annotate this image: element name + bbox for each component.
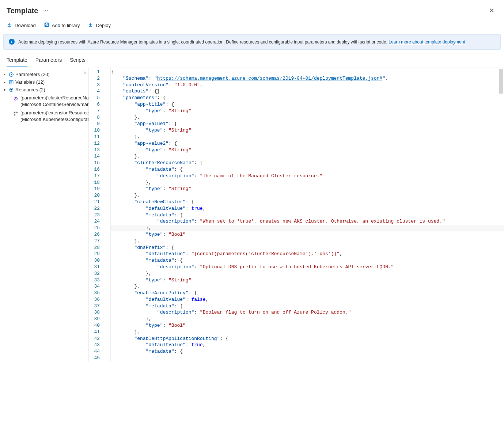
- tree-resource-1[interactable]: [parameters('clusterResourceName (Micros…: [13, 94, 88, 109]
- svg-point-2: [11, 74, 12, 75]
- tree-resource-1-line1: [parameters('clusterResourceName: [20, 95, 89, 101]
- code-content[interactable]: { "$schema": "https://schema.management.…: [111, 68, 504, 361]
- chevron-right-icon: ▸: [4, 72, 7, 76]
- add-to-library-label: Add to library: [52, 23, 80, 28]
- line-number-gutter: 1234567891011121314151617181920212223242…: [89, 68, 106, 361]
- tab-scripts[interactable]: Scripts: [70, 54, 86, 67]
- deploy-icon: [88, 22, 93, 29]
- banner-text: Automate deploying resources with Azure …: [18, 39, 389, 45]
- svg-rect-6: [14, 114, 15, 115]
- collapse-pane-icon[interactable]: «: [84, 69, 86, 75]
- parameters-icon: [9, 72, 14, 77]
- info-banner: i Automate deploying resources with Azur…: [3, 34, 501, 50]
- outline-pane: « ▸ Parameters (20) ▸ Variables (12) ▾ R…: [0, 68, 89, 361]
- tab-parameters[interactable]: Parameters: [35, 54, 62, 67]
- tree-resource-2-line2: (Microsoft.KubernetesConfiguratic: [20, 116, 89, 123]
- save-icon: [44, 22, 49, 29]
- download-button[interactable]: Download: [7, 22, 36, 29]
- info-icon: i: [9, 39, 15, 45]
- download-icon: [7, 22, 12, 29]
- extension-icon: [13, 111, 18, 116]
- tree-resources-label: Resources (2): [15, 87, 45, 92]
- fold-column: [106, 68, 111, 361]
- banner-link[interactable]: Learn more about template deployment.: [389, 39, 466, 45]
- code-editor[interactable]: 1234567891011121314151617181920212223242…: [89, 68, 504, 361]
- svg-rect-0: [45, 23, 48, 26]
- resources-icon: [9, 87, 14, 92]
- variables-icon: [9, 80, 14, 85]
- aks-icon: [13, 96, 18, 101]
- page-title: Template: [7, 7, 38, 15]
- tree-variables[interactable]: ▸ Variables (12): [4, 78, 88, 86]
- tab-template[interactable]: Template: [7, 54, 27, 67]
- deploy-button[interactable]: Deploy: [88, 22, 110, 29]
- tree-variables-label: Variables (12): [15, 79, 45, 85]
- svg-rect-4: [14, 112, 15, 113]
- deploy-label: Deploy: [96, 23, 110, 28]
- tree-resource-2[interactable]: [parameters('extensionResourceNa (Micros…: [13, 109, 88, 124]
- more-icon[interactable]: ···: [43, 7, 48, 14]
- tree-resources[interactable]: ▾ Resources (2): [4, 86, 88, 94]
- download-label: Download: [15, 23, 36, 28]
- tree-parameters[interactable]: ▸ Parameters (20): [4, 71, 88, 78]
- chevron-down-icon: ▾: [4, 88, 7, 92]
- tree-parameters-label: Parameters (20): [15, 72, 50, 77]
- close-icon[interactable]: ✕: [486, 5, 497, 16]
- scrollbar-thumb[interactable]: [499, 69, 503, 94]
- tree-resource-1-line2: (Microsoft.ContainerService/mana: [20, 101, 89, 108]
- add-to-library-button[interactable]: Add to library: [44, 22, 80, 29]
- chevron-right-icon: ▸: [4, 80, 7, 84]
- svg-rect-5: [16, 112, 18, 113]
- tree-resource-2-line1: [parameters('extensionResourceNa: [20, 110, 89, 116]
